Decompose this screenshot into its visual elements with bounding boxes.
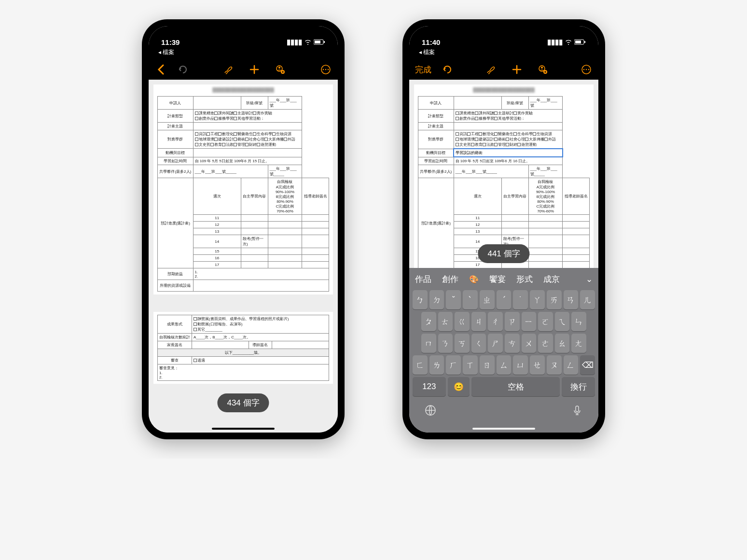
week14-note[interactable]: 段考(暫停一次) (241, 235, 268, 248)
form-table[interactable]: 申請人班級/座號___年___班___號 計畫類型課業精進課外閱讀主題研討實作實… (418, 96, 590, 268)
key[interactable]: ㄑ (471, 334, 486, 353)
chevron-down-icon[interactable]: ⌄ (586, 274, 593, 284)
toolbar: 完成 (409, 59, 598, 80)
field-motivation[interactable] (193, 149, 302, 157)
key[interactable]: ˊ (497, 290, 512, 309)
svg-point-17 (583, 69, 584, 70)
back-icon[interactable] (154, 63, 167, 76)
suggestion[interactable]: 創作 (442, 274, 458, 285)
key[interactable]: ㄣ (571, 312, 586, 331)
avatar-plus-icon[interactable] (537, 63, 549, 76)
key[interactable]: ㄢ (564, 290, 579, 309)
key[interactable]: ㄐ (471, 312, 486, 331)
key[interactable]: ㄩ (513, 355, 528, 375)
key[interactable]: ㄝ (530, 355, 545, 375)
undo-icon[interactable] (177, 63, 189, 76)
key[interactable]: ㄖ (480, 355, 495, 375)
key[interactable]: ㄋ (438, 334, 453, 353)
key[interactable]: ㄟ (555, 312, 570, 331)
key-row-3: ㄇㄋㄎㄑㄕㄘㄨㄜㄠㄤ (413, 334, 595, 353)
key[interactable]: ㄛ (538, 312, 553, 331)
field-partner-a[interactable]: ___年___班___號_____ (193, 165, 268, 178)
key[interactable]: ˋ (463, 290, 478, 309)
field-partner-b[interactable]: ___年___班___號_____ (268, 165, 302, 178)
suggestion-emoji[interactable]: 🎨 (469, 275, 479, 284)
avatar-plus-icon[interactable] (274, 63, 287, 76)
key[interactable]: ㄤ (571, 334, 586, 353)
numbers-key[interactable]: 123 (413, 377, 446, 396)
key[interactable]: ㄉ (429, 290, 444, 309)
document-page-1[interactable]: ████████████████████ 申請人班級/座號___年___班___… (414, 84, 594, 268)
emoji-key[interactable]: 😊 (448, 377, 470, 396)
brush-icon[interactable] (222, 63, 235, 76)
home-indicator[interactable] (472, 428, 535, 430)
key[interactable]: ⌫ (580, 355, 595, 375)
globe-icon[interactable] (425, 405, 436, 419)
suggestion[interactable]: 作品 (415, 274, 431, 285)
done-button[interactable]: 完成 (415, 64, 431, 75)
result-form-options[interactable]: 靜態展(書面資料、成果作品、學習過程的照片或影片)動態展(口頭報告、表演等)其它… (192, 315, 329, 334)
document-content[interactable]: ████████████████████ 申請人班級/座號___年___班___… (149, 80, 338, 433)
key[interactable]: ㄕ (488, 334, 503, 353)
suggestion[interactable]: 饗宴 (489, 274, 506, 285)
field-plan-topic[interactable] (193, 123, 302, 130)
suggestion[interactable]: 成京 (543, 274, 560, 285)
suggestion-row: 作品 創作 🎨 饗宴 形式 成京 ⌄ (411, 271, 596, 288)
field-expected[interactable]: 1. 2. (193, 268, 329, 280)
plus-icon[interactable] (248, 63, 261, 76)
brush-icon[interactable] (484, 63, 497, 76)
mic-icon[interactable] (571, 405, 583, 419)
key[interactable]: ㄨ (522, 334, 537, 353)
review-options[interactable]: 通過 (192, 357, 329, 364)
key[interactable]: ㄏ (446, 355, 461, 375)
more-icon[interactable] (580, 63, 593, 76)
key[interactable]: ㄡ (547, 355, 562, 375)
return-key[interactable]: 換行 (562, 377, 595, 396)
key[interactable]: ㄙ (497, 355, 512, 375)
key[interactable]: ㄥ (564, 355, 579, 375)
key[interactable]: ㄎ (455, 334, 470, 353)
key[interactable]: ㄧ (522, 312, 537, 331)
key[interactable]: ㄘ (505, 334, 520, 353)
field-resource[interactable] (193, 280, 329, 292)
key[interactable]: ㄔ (488, 312, 503, 331)
review-remarks[interactable]: 審查意見： 1. 2. (158, 364, 329, 381)
key[interactable]: ㄞ (547, 290, 562, 309)
more-icon[interactable] (319, 63, 332, 76)
field-class[interactable]: ___年___班___號 (268, 97, 302, 110)
field-self-check[interactable]: A____次，B____次，C____次。 (192, 334, 329, 341)
document-page-2[interactable]: 成果形式靜態展(書面資料、成果作品、學習過程的照片或影片)動態展(口頭報告、表演… (153, 312, 333, 384)
key[interactable]: ㄅ (413, 290, 428, 309)
home-indicator[interactable] (212, 428, 275, 430)
key[interactable]: ˙ (513, 290, 528, 309)
key[interactable]: ˇ (446, 290, 461, 309)
key[interactable]: ㄍ (455, 312, 470, 331)
key[interactable]: ㄊ (438, 312, 453, 331)
key[interactable]: ㄠ (555, 334, 570, 353)
key[interactable]: ㄚ (530, 290, 545, 309)
key[interactable]: ㄦ (580, 290, 595, 309)
form-table[interactable]: 申請人班級/座號___年___班___號 計畫類型課業精進課外閱讀主題研討實作實… (157, 96, 329, 292)
key[interactable]: ㄒ (463, 355, 478, 375)
suggestion[interactable]: 形式 (516, 274, 533, 285)
key[interactable]: ㄜ (538, 334, 553, 353)
field-motivation-editing[interactable]: 學習說話的藝術 (454, 149, 563, 157)
group-options[interactable]: 資訊工程數理化醫藥衛生生命科學生物資源地球環境建築設計藝術社會心理大眾傳播外語文… (193, 130, 302, 149)
plan-type-options[interactable]: 課業精進課外閱讀主題研討實作實驗創意作品服務學習其他學習活動： (193, 110, 302, 123)
document-page-1[interactable]: ████████████████████ 申請人班級/座號___年___班___… (153, 84, 333, 294)
key[interactable]: ㄓ (480, 290, 495, 309)
key[interactable]: ㄇ (421, 334, 436, 353)
plus-icon[interactable] (511, 63, 523, 76)
key[interactable]: ㄆ (421, 312, 436, 331)
key[interactable]: ㄗ (505, 312, 520, 331)
space-key[interactable]: 空格 (471, 377, 560, 396)
status-icons: ▮▮▮▮ (287, 38, 325, 46)
key-row-1: ㄅㄉˇˋㄓˊ˙ㄚㄞㄢㄦ (413, 290, 595, 309)
field-period[interactable]: 自 109 年 5月 5日起至 109年6 月 15 日止。 (193, 157, 302, 165)
back-to-app[interactable]: ◂ 檔案 (409, 47, 598, 59)
back-to-app[interactable]: ◂ 檔案 (149, 47, 338, 59)
key[interactable]: ㄈ (413, 355, 428, 375)
undo-icon[interactable] (441, 63, 454, 76)
key[interactable]: ㄌ (429, 355, 444, 375)
document-content[interactable]: ████████████████████ 申請人班級/座號___年___班___… (409, 80, 598, 268)
